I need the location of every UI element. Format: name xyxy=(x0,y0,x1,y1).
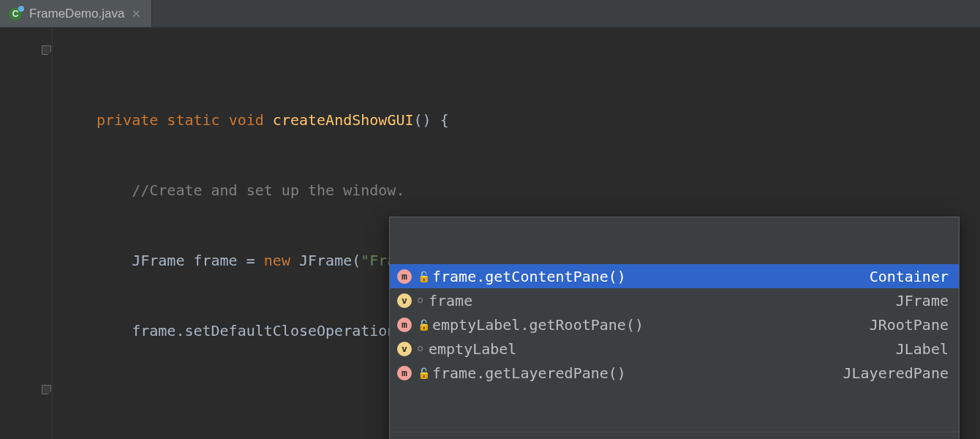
fold-marker-icon[interactable] xyxy=(42,385,51,394)
tab-framedemo[interactable]: C FrameDemo.java ✕ xyxy=(0,0,152,27)
code-line[interactable]: private static void createAndShowGUI() { xyxy=(53,108,980,132)
method-badge-icon: m xyxy=(397,318,412,332)
completion-label: frame.getContentPane() xyxy=(432,265,626,288)
completion-type: JFrame xyxy=(896,289,949,312)
completion-hint: Did you know that Quick Definition View … xyxy=(390,432,959,439)
close-tab-icon[interactable]: ✕ xyxy=(132,8,141,19)
completion-type: JLayeredPane xyxy=(843,361,949,385)
method-badge-icon: m xyxy=(397,269,412,284)
completion-popup: m🔓frame.getContentPane()ContainervframeJ… xyxy=(389,217,960,439)
completion-item[interactable]: m🔓emptyLabel.getRootPane()JRootPane xyxy=(390,312,959,337)
completion-item[interactable]: vframeJFrame xyxy=(390,288,959,312)
completion-label: frame xyxy=(429,289,472,312)
completion-label: frame.getLayeredPane() xyxy=(432,361,626,385)
completion-type: Container xyxy=(870,265,949,288)
completion-type: JRootPane xyxy=(870,313,949,337)
method-badge-icon: m xyxy=(397,366,412,380)
access-local-icon xyxy=(418,346,423,351)
completion-label: emptyLabel.getRootPane() xyxy=(432,313,644,337)
code-area[interactable]: private static void createAndShowGUI() {… xyxy=(53,28,980,439)
completion-item[interactable]: m🔓frame.getContentPane()Container xyxy=(390,264,959,288)
code-line[interactable]: //Create and set up the window. xyxy=(53,179,980,202)
tab-bar: C FrameDemo.java ✕ xyxy=(0,0,980,28)
completion-item[interactable]: vemptyLabelJLabel xyxy=(390,337,959,361)
class-file-icon: C xyxy=(9,7,22,20)
editor: private static void createAndShowGUI() {… xyxy=(0,28,980,439)
access-public-icon: 🔓 xyxy=(418,271,426,282)
access-public-icon: 🔓 xyxy=(418,368,426,378)
tab-filename: FrameDemo.java xyxy=(29,7,124,21)
completion-type: JLabel xyxy=(896,337,949,361)
access-public-icon: 🔓 xyxy=(418,320,426,330)
gutter xyxy=(0,28,53,439)
variable-badge-icon: v xyxy=(397,342,412,356)
fold-marker-icon[interactable] xyxy=(42,45,51,55)
completion-item[interactable]: m🔓frame.getLayeredPane()JLayeredPane xyxy=(390,361,959,385)
completion-label: emptyLabel xyxy=(429,337,516,361)
variable-badge-icon: v xyxy=(397,293,412,308)
access-local-icon xyxy=(418,298,423,303)
